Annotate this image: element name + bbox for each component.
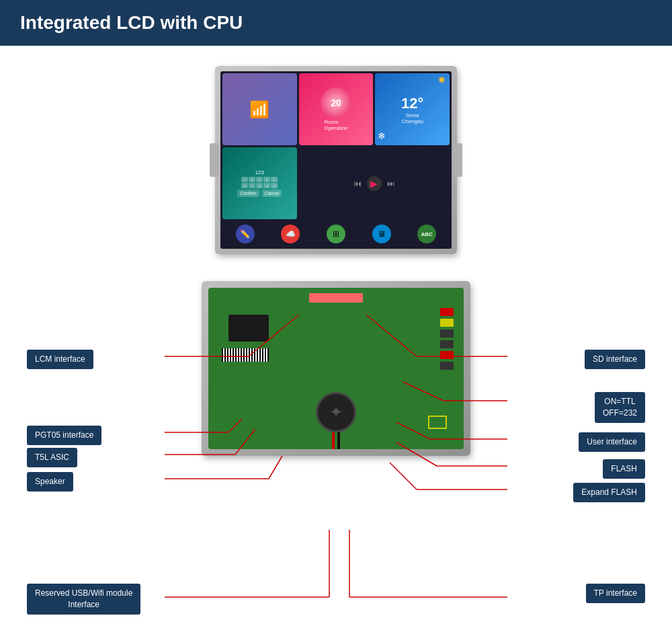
main-content: 📶 20 RoomOperation ☀️ 12° Snow Chengdu ❄ bbox=[0, 46, 672, 626]
screen-tile-keypad: 123 1 2 3 4 5 6 7 8 9 0 Confirm bbox=[222, 147, 297, 219]
next-icon: ⏭ bbox=[387, 179, 395, 188]
key-1: 1 bbox=[241, 177, 248, 182]
pcb-wires bbox=[329, 432, 343, 449]
temp-label: RoomOperation bbox=[324, 119, 347, 131]
confirm-btn: Confirm bbox=[237, 190, 259, 197]
screen-tile-wifi: 📶 bbox=[222, 73, 297, 145]
pcb-yellow-box bbox=[428, 416, 447, 429]
key-0: 0 bbox=[271, 183, 278, 188]
wire-red bbox=[332, 432, 335, 449]
pcb-comp-2 bbox=[440, 319, 454, 327]
screen-tile-media: ⏮ ▶ ⏭ bbox=[299, 147, 450, 219]
label-flash: FLASH bbox=[603, 459, 645, 479]
pcb-comp-3 bbox=[440, 329, 454, 338]
abc-icon: ABC bbox=[417, 225, 436, 243]
pcb-components-right bbox=[440, 308, 454, 370]
lcd-screen: 📶 20 RoomOperation ☀️ 12° Snow Chengdu ❄ bbox=[220, 71, 452, 249]
key-5: 5 bbox=[271, 177, 278, 182]
label-expand-flash: Expand FLASH bbox=[573, 483, 645, 502]
wifi-icon: 📶 bbox=[249, 100, 269, 119]
lcd-display: 📶 20 RoomOperation ☀️ 12° Snow Chengdu ❄ bbox=[215, 66, 457, 254]
media-controls: ⏮ ▶ ⏭ bbox=[353, 176, 395, 191]
key-7: 7 bbox=[249, 183, 255, 188]
cancel-btn: Cancel bbox=[262, 190, 282, 197]
bottom-icons-row: ✏️ ☁️ ⊞ 🖥 ABC bbox=[222, 221, 450, 247]
weather-condition: Snow bbox=[406, 112, 419, 118]
grid-icon: ⊞ bbox=[327, 225, 345, 243]
key-6: 6 bbox=[241, 183, 248, 188]
wire-black bbox=[337, 432, 340, 449]
lcd-mount-left bbox=[210, 143, 219, 177]
temp-value: 20 bbox=[331, 97, 341, 108]
label-on-ttl: ON=TTLOFF=232 bbox=[595, 392, 645, 423]
temp-display: 20 bbox=[321, 87, 351, 118]
snowflake-icon: ❄ bbox=[378, 130, 386, 141]
pcb-comp-1 bbox=[440, 308, 454, 316]
pcb-barcode bbox=[222, 348, 269, 362]
key-4: 4 bbox=[263, 177, 270, 182]
pcb-chip bbox=[228, 315, 269, 342]
label-speaker: Speaker bbox=[27, 472, 73, 492]
pcb-outer-frame bbox=[202, 281, 470, 456]
key-2: 2 bbox=[249, 177, 255, 182]
weather-city: Chengdu bbox=[401, 118, 423, 124]
screen-tile-weather: ☀️ 12° Snow Chengdu ❄ bbox=[375, 73, 450, 145]
pcb-fan bbox=[316, 392, 356, 432]
key-9: 9 bbox=[263, 183, 270, 188]
label-pgt05-interface: PGT05 interface bbox=[27, 426, 101, 445]
page-header: Integrated LCD with CPU bbox=[0, 0, 672, 46]
play-icon: ▶ bbox=[367, 176, 382, 191]
label-usb-wifi: Reserved USB/Wifi moduleInterface bbox=[27, 584, 140, 615]
keypad-grid: 1 2 3 4 5 6 7 8 9 0 bbox=[241, 177, 278, 188]
svg-line-17 bbox=[390, 463, 417, 490]
label-sd-interface: SD interface bbox=[585, 350, 645, 369]
keypad-label: 123 bbox=[255, 169, 264, 175]
pcb-comp-4 bbox=[440, 340, 454, 348]
lcd-outer-frame: 📶 20 RoomOperation ☀️ 12° Snow Chengdu ❄ bbox=[215, 66, 457, 254]
pcb-comp-6 bbox=[440, 362, 454, 370]
lcd-mount-right bbox=[453, 143, 462, 177]
weather-temp: 12° bbox=[401, 95, 423, 112]
edit-icon: ✏️ bbox=[236, 225, 255, 243]
label-lcm-interface: LCM interface bbox=[27, 350, 93, 369]
screen-tile-temp: 20 RoomOperation bbox=[299, 73, 374, 145]
pcb-comp-5 bbox=[440, 351, 454, 359]
prev-icon: ⏮ bbox=[353, 179, 362, 188]
label-user-interface: User interface bbox=[579, 432, 645, 452]
label-tp-interface: TP interface bbox=[586, 584, 645, 603]
pcb-connector-top bbox=[309, 293, 363, 303]
pcb-inner bbox=[208, 288, 464, 449]
page-title: Integrated LCD with CPU bbox=[20, 12, 243, 34]
cloud-icon: ☁️ bbox=[281, 225, 300, 243]
key-8: 8 bbox=[256, 183, 263, 188]
key-3: 3 bbox=[256, 177, 263, 182]
sun-icon: ☀️ bbox=[437, 76, 446, 83]
label-t5l-asic: T5L ASIC bbox=[27, 448, 77, 467]
monitor-icon: 🖥 bbox=[372, 225, 391, 243]
pcb-board-area bbox=[202, 281, 470, 456]
svg-line-15 bbox=[269, 456, 282, 479]
